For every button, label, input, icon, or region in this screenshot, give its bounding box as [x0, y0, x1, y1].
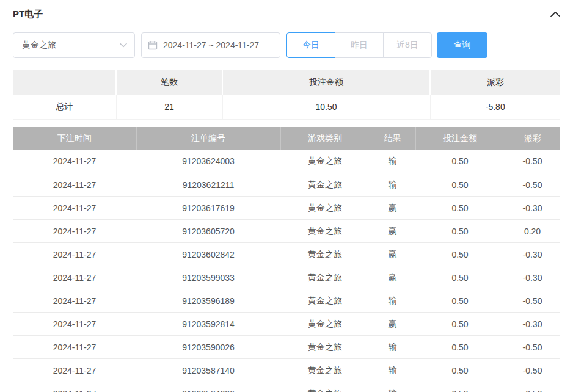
table-row: 2024-11-2791203592814黄金之旅赢0.50-0.30	[13, 313, 560, 336]
bet-time-cell: 2024-11-27	[13, 243, 136, 266]
payout-cell: -0.50	[505, 336, 560, 359]
header-order-id: 注单编号	[136, 127, 280, 150]
bet-time-cell: 2024-11-27	[13, 336, 136, 359]
payout-cell: 0.20	[505, 220, 560, 243]
header-game-type: 游戏类别	[280, 127, 370, 150]
result-cell: 赢	[370, 243, 415, 266]
header-result: 结果	[370, 127, 415, 150]
panel-header: PT电子	[13, 6, 563, 22]
table-row: 2024-11-2791203590026黄金之旅输0.50-0.50	[13, 336, 560, 359]
table-row: 2024-11-2791203624003黄金之旅输0.50-0.50	[13, 150, 560, 173]
table-body: 2024-11-2791203624003黄金之旅输0.50-0.502024-…	[13, 150, 560, 392]
bet-amount-cell: 0.50	[415, 150, 505, 173]
bet-time-cell: 2024-11-27	[13, 173, 136, 197]
bet-time-cell: 2024-11-27	[13, 313, 136, 336]
game-type-cell: 黄金之旅	[280, 359, 370, 382]
result-cell: 赢	[370, 266, 415, 289]
bet-time-cell: 2024-11-27	[13, 289, 136, 313]
bet-amount-cell: 0.50	[415, 173, 505, 197]
bet-amount-cell: 0.50	[415, 266, 505, 289]
collapse-panel-button[interactable]	[548, 7, 563, 21]
order-id-cell: 91203590026	[136, 336, 280, 359]
order-id-cell: 91203584236	[136, 382, 280, 392]
bet-amount-cell: 0.50	[415, 313, 505, 336]
table-row: 2024-11-2791203621211黄金之旅输0.50-0.50	[13, 173, 560, 197]
last-8-days-button[interactable]: 近8日	[383, 32, 432, 58]
summary-total-row: 总计 21 10.50 -5.80	[13, 95, 560, 119]
search-button[interactable]: 查询	[437, 32, 487, 58]
calendar-icon	[148, 40, 158, 50]
date-range-input[interactable]: 2024-11-27 ~ 2024-11-27	[141, 32, 280, 58]
summary-payout-value: -5.80	[430, 95, 560, 119]
table-row: 2024-11-2791203617619黄金之旅赢0.50-0.30	[13, 197, 560, 220]
order-id-cell: 91203587140	[136, 359, 280, 382]
header-payout: 派彩	[505, 127, 560, 150]
yesterday-button[interactable]: 昨日	[335, 32, 384, 58]
table-row: 2024-11-2791203599033黄金之旅赢0.50-0.30	[13, 266, 560, 289]
chevron-down-icon	[120, 43, 127, 48]
bet-amount-cell: 0.50	[415, 382, 505, 392]
result-cell: 输	[370, 173, 415, 197]
result-cell: 输	[370, 359, 415, 382]
order-id-cell: 91203621211	[136, 173, 280, 197]
today-button[interactable]: 今日	[286, 32, 335, 58]
summary-bet-amount-value: 10.50	[222, 95, 430, 119]
summary-header-bet-amount: 投注金额	[222, 70, 430, 95]
summary-count-value: 21	[116, 95, 222, 119]
game-type-cell: 黄金之旅	[280, 197, 370, 220]
bet-amount-cell: 0.50	[415, 336, 505, 359]
result-cell: 赢	[370, 313, 415, 336]
game-type-cell: 黄金之旅	[280, 243, 370, 266]
game-type-cell: 黄金之旅	[280, 266, 370, 289]
summary-table: 笔数 投注金额 派彩 总计 21 10.50 -5.80	[13, 70, 560, 120]
page-title: PT电子	[13, 9, 43, 20]
game-type-cell: 黄金之旅	[280, 289, 370, 313]
game-type-cell: 黄金之旅	[280, 313, 370, 336]
bet-amount-cell: 0.50	[415, 243, 505, 266]
game-type-cell: 黄金之旅	[280, 150, 370, 173]
payout-cell: -0.50	[505, 173, 560, 197]
result-cell: 输	[370, 289, 415, 313]
bet-time-cell: 2024-11-27	[13, 220, 136, 243]
order-id-cell: 91203599033	[136, 266, 280, 289]
order-id-cell: 91203605720	[136, 220, 280, 243]
bet-records-table: 下注时间 注单编号 游戏类别 结果 投注金额 派彩 2024-11-279120…	[13, 127, 560, 392]
order-id-cell: 91203602842	[136, 243, 280, 266]
table-row: 2024-11-2791203596189黄金之旅输0.50-0.50	[13, 289, 560, 313]
bet-amount-cell: 0.50	[415, 220, 505, 243]
order-id-cell: 91203624003	[136, 150, 280, 173]
bet-amount-cell: 0.50	[415, 359, 505, 382]
order-id-cell: 91203617619	[136, 197, 280, 220]
filter-row: 黄金之旅 2024-11-27 ~ 2024-11-27 今日 昨日 近8日 查…	[13, 32, 563, 58]
payout-cell: -0.30	[505, 243, 560, 266]
game-select-value: 黄金之旅	[22, 40, 56, 51]
game-type-cell: 黄金之旅	[280, 220, 370, 243]
table-row: 2024-11-2791203587140黄金之旅输0.50-0.50	[13, 359, 560, 382]
game-select[interactable]: 黄金之旅	[13, 32, 135, 58]
order-id-cell: 91203596189	[136, 289, 280, 313]
bet-time-cell: 2024-11-27	[13, 150, 136, 173]
table-row: 2024-11-2791203602842黄金之旅赢0.50-0.30	[13, 243, 560, 266]
bet-time-cell: 2024-11-27	[13, 197, 136, 220]
payout-cell: -0.30	[505, 266, 560, 289]
game-type-cell: 黄金之旅	[280, 382, 370, 392]
game-type-cell: 黄金之旅	[280, 336, 370, 359]
bet-amount-cell: 0.50	[415, 289, 505, 313]
pt-games-panel: PT电子 黄金之旅 2024-11-27 ~ 2024-11-27 今日	[0, 0, 573, 392]
summary-header-payout: 派彩	[430, 70, 560, 95]
result-cell: 输	[370, 150, 415, 173]
result-cell: 输	[370, 336, 415, 359]
payout-cell: -0.50	[505, 359, 560, 382]
bet-time-cell: 2024-11-27	[13, 382, 136, 392]
game-type-cell: 黄金之旅	[280, 173, 370, 197]
table-row: 2024-11-2791203584236黄金之旅输0.50-0.50	[13, 382, 560, 392]
payout-cell: -0.50	[505, 150, 560, 173]
payout-cell: -0.30	[505, 313, 560, 336]
payout-cell: -0.50	[505, 289, 560, 313]
date-range-value: 2024-11-27 ~ 2024-11-27	[163, 40, 259, 50]
summary-header-row: 笔数 投注金额 派彩	[13, 70, 560, 95]
bet-time-cell: 2024-11-27	[13, 266, 136, 289]
quick-range-button-group: 今日 昨日 近8日	[286, 32, 432, 58]
bet-amount-cell: 0.50	[415, 197, 505, 220]
table-header-row: 下注时间 注单编号 游戏类别 结果 投注金额 派彩	[13, 127, 560, 150]
